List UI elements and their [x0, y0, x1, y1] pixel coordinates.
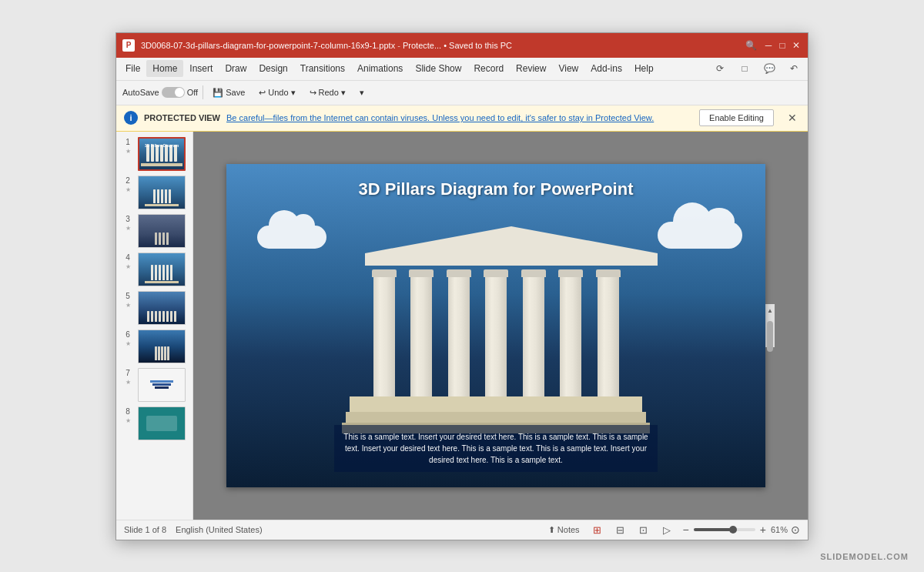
zoom-percent: 61% — [771, 525, 788, 534]
redo-icon: ↪ — [310, 88, 316, 98]
menu-bar: File Home Insert Draw Design Transitions… — [116, 58, 808, 81]
slide-item-8[interactable]: 8★ — [116, 404, 192, 443]
cloud-left — [257, 226, 326, 249]
title-search-area: 🔍 — [745, 40, 757, 51]
share-btn[interactable]: ↶ — [783, 60, 805, 77]
menu-review[interactable]: Review — [510, 60, 552, 77]
restore-btn[interactable]: □ — [734, 60, 755, 77]
autosave-toggle-switch[interactable] — [162, 87, 185, 98]
slide-item-6[interactable]: 6★ — [116, 327, 192, 366]
window-controls: ─ □ ✕ — [763, 40, 802, 51]
enable-editing-button[interactable]: Enable Editing — [699, 109, 774, 126]
menu-file[interactable]: File — [119, 60, 146, 77]
reading-view-button[interactable]: ⊡ — [635, 523, 652, 537]
slide-sorter-button[interactable]: ⊟ — [612, 523, 629, 537]
slide-num-area-1: 1 ★ — [121, 137, 135, 156]
zoom-slider-thumb[interactable] — [729, 526, 737, 534]
zoom-slider[interactable] — [694, 528, 755, 531]
notes-icon: ⬆ — [548, 525, 555, 535]
column-5 — [523, 269, 544, 396]
protected-view-bar: i PROTECTED VIEW Be careful—files from t… — [116, 105, 808, 132]
zoom-in-button[interactable]: + — [758, 523, 768, 536]
protected-view-message[interactable]: Be careful—files from the Internet can c… — [226, 113, 654, 122]
save-icon: 💾 — [213, 88, 223, 98]
slide-panel: 1 ★ 3D Pillars Diagram — [116, 132, 193, 520]
watermark: SLIDEMODEL.COM — [820, 552, 909, 561]
menu-home[interactable]: Home — [146, 60, 183, 77]
scroll-up-button[interactable]: ▲ — [766, 306, 774, 316]
menu-record[interactable]: Record — [467, 60, 510, 77]
comments-btn[interactable]: 💬 — [758, 60, 780, 77]
menu-slide-show[interactable]: Slide Show — [409, 60, 467, 77]
menu-animations[interactable]: Animations — [351, 60, 409, 77]
slide-item-3[interactable]: 3★ — [116, 212, 192, 250]
slide-star-1: ★ — [126, 148, 131, 156]
column-1 — [373, 269, 395, 396]
app-window: P 3D0068-07-3d-pillars-diagram-for-power… — [116, 32, 808, 540]
slide-item-5[interactable]: 5★ — [116, 289, 192, 327]
cloud-right — [658, 222, 742, 249]
menu-help[interactable]: Help — [628, 60, 660, 77]
main-content: 1 ★ 3D Pillars Diagram — [116, 132, 808, 520]
slide-title: 3D Pillars Diagram for PowerPoint — [226, 164, 765, 199]
toolbar: AutoSave Off 💾 Save ↩ Undo ▾ ↪ Redo ▾ ▾ — [116, 81, 808, 105]
column-6 — [560, 269, 581, 396]
menu-right-controls: ⟳ □ 💬 ↶ — [709, 60, 805, 77]
menu-view[interactable]: View — [552, 60, 584, 77]
protected-view-label: PROTECTED VIEW — [144, 113, 220, 122]
status-right-controls: ⬆ Notes ⊞ ⊟ ⊡ ▷ − + 61% ⊙ — [545, 523, 800, 537]
temple-columns — [350, 266, 642, 396]
title-bar-text: 3D0068-07-3d-pillars-diagram-for-powerpo… — [141, 41, 739, 50]
more-options-button[interactable]: ▾ — [355, 86, 369, 99]
status-bar: Slide 1 of 8 English (United States) ⬆ N… — [116, 520, 808, 540]
undo-dropdown-icon: ▾ — [291, 88, 296, 98]
menu-draw[interactable]: Draw — [219, 60, 253, 77]
scrollbar-thumb[interactable] — [767, 321, 773, 352]
protected-bar-close-button[interactable]: ✕ — [785, 112, 800, 124]
search-icon[interactable]: 🔍 — [745, 40, 757, 51]
slide-item-2[interactable]: 2★ — [116, 173, 192, 212]
slide-area-scrollbar[interactable]: ▲ ▼ ▼ — [765, 304, 775, 347]
language-indicator: English (United States) — [176, 525, 263, 534]
fit-to-window-button[interactable]: ⊙ — [791, 523, 800, 536]
slide-thumbnail-1: 3D Pillars Diagram — [138, 137, 186, 171]
menu-transitions[interactable]: Transitions — [294, 60, 351, 77]
temple-base-1 — [350, 396, 642, 412]
shield-icon: i — [124, 111, 138, 125]
redo-dropdown-icon: ▾ — [341, 88, 346, 98]
menu-insert[interactable]: Insert — [183, 60, 219, 77]
menu-addins[interactable]: Add-ins — [584, 60, 628, 77]
minimize-button[interactable]: ─ — [763, 40, 774, 51]
save-button[interactable]: 💾 Save — [208, 86, 249, 99]
slide-number-1: 1 — [126, 137, 130, 148]
zoom-slider-fill — [694, 528, 731, 531]
undo-icon: ↩ — [259, 88, 266, 98]
slide-item-4[interactable]: 4★ — [116, 250, 192, 289]
column-4 — [485, 269, 507, 396]
close-button[interactable]: ✕ — [791, 40, 802, 51]
normal-view-button[interactable]: ⊞ — [589, 523, 606, 537]
column-7 — [598, 269, 619, 396]
slide-sample-text: This is a sample text. Insert your desir… — [334, 425, 658, 472]
notes-button[interactable]: ⬆ Notes — [545, 523, 583, 537]
slide-thumb-content-1: 3D Pillars Diagram — [139, 139, 184, 169]
autosave-state: Off — [187, 88, 198, 97]
menu-design[interactable]: Design — [253, 60, 293, 77]
slide-area: 3D Pillars Diagram for PowerPoint — [193, 132, 808, 520]
toggle-knob — [175, 88, 184, 97]
zoom-out-button[interactable]: − — [681, 523, 691, 536]
main-slide: 3D Pillars Diagram for PowerPoint — [226, 164, 765, 487]
toolbar-divider-1 — [203, 85, 203, 99]
slide-count: Slide 1 of 8 — [124, 525, 166, 534]
undo-icon-btn[interactable]: ⟳ — [709, 60, 731, 77]
title-bar: P 3D0068-07-3d-pillars-diagram-for-power… — [116, 33, 808, 58]
column-3 — [448, 269, 470, 396]
undo-button[interactable]: ↩ Undo ▾ — [254, 86, 300, 99]
slideshow-button[interactable]: ▷ — [658, 523, 675, 537]
slide-item-7[interactable]: 7★ — [116, 366, 192, 404]
zoom-controls: − + 61% ⊙ — [681, 523, 800, 536]
maximize-button[interactable]: □ — [777, 40, 788, 51]
autosave-label: AutoSave — [122, 88, 159, 97]
slide-item-1[interactable]: 1 ★ 3D Pillars Diagram — [116, 135, 192, 173]
redo-button[interactable]: ↪ Redo ▾ — [305, 86, 350, 99]
